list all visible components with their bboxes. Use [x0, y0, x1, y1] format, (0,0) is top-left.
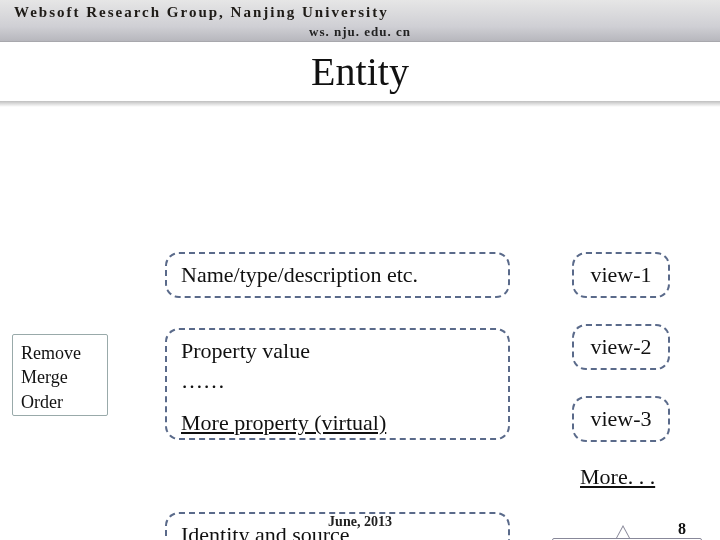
- footer-date: June, 2013: [328, 514, 392, 529]
- view-1-box: view-1: [572, 252, 670, 298]
- box-name-type-description: Name/type/description etc.: [165, 252, 510, 298]
- view-3-box: view-3: [572, 396, 670, 442]
- box-property-value: Property value …… More property (virtual…: [165, 328, 510, 440]
- view-2-label: view-2: [590, 334, 651, 359]
- op-order: Order: [21, 390, 99, 414]
- op-remove: Remove: [21, 341, 99, 365]
- header-bar: Websoft Research Group, Nanjing Universi…: [0, 0, 720, 42]
- view-2-box: view-2: [572, 324, 670, 370]
- operations-panel: Remove Merge Order: [12, 334, 108, 416]
- op-merge: Merge: [21, 365, 99, 389]
- view-3-label: view-3: [590, 406, 651, 431]
- slide-title: Entity: [0, 42, 720, 95]
- more-views-link[interactable]: More. . .: [580, 464, 655, 490]
- view-1-label: view-1: [590, 262, 651, 287]
- footer: June, 2013 8: [0, 514, 720, 538]
- box-name-text: Name/type/description etc.: [181, 262, 418, 287]
- slide-body: Remove Merge Order Name/type/description…: [0, 118, 720, 512]
- prop-value-label: Property value: [181, 338, 494, 364]
- prop-value-ellipsis: ……: [181, 368, 494, 394]
- header-org: Websoft Research Group, Nanjing Universi…: [14, 4, 389, 21]
- title-band: Entity: [0, 42, 720, 108]
- page-number: 8: [678, 520, 686, 538]
- more-property-link[interactable]: More property (virtual): [181, 410, 494, 436]
- slide: Websoft Research Group, Nanjing Universi…: [0, 0, 720, 540]
